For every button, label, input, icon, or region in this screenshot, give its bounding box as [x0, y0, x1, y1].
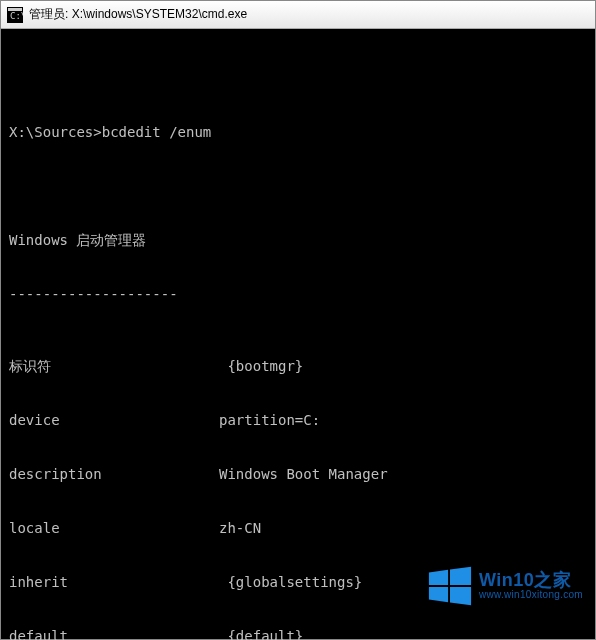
kv-row: default {default}	[9, 627, 587, 640]
terminal-output[interactable]: X:\Sources>bcdedit /enum Windows 启动管理器 -…	[1, 29, 595, 640]
svg-marker-6	[450, 587, 471, 605]
watermark: Win10之家 www.win10xitong.com	[423, 561, 587, 611]
svg-marker-5	[429, 587, 448, 602]
kv-row: localezh-CN	[9, 519, 587, 537]
cmd-window: C:\ 管理员: X:\windows\SYSTEM32\cmd.exe X:\…	[0, 0, 596, 640]
kv-row: descriptionWindows Boot Manager	[9, 465, 587, 483]
watermark-url: www.win10xitong.com	[479, 590, 583, 601]
kv-row: 标识符 {bootmgr}	[9, 357, 587, 375]
watermark-brand: Win10之家	[479, 571, 583, 590]
window-title: 管理员: X:\windows\SYSTEM32\cmd.exe	[29, 6, 247, 23]
prompt-line: X:\Sources>bcdedit /enum	[9, 123, 587, 141]
section-bootmgr-title: Windows 启动管理器	[9, 231, 587, 249]
svg-marker-4	[450, 567, 471, 585]
windows-logo-icon	[427, 563, 473, 609]
kv-row: devicepartition=C:	[9, 411, 587, 429]
cmd-icon: C:\	[7, 7, 23, 23]
svg-text:C:\: C:\	[10, 11, 23, 21]
titlebar[interactable]: C:\ 管理员: X:\windows\SYSTEM32\cmd.exe	[1, 1, 595, 29]
svg-marker-3	[429, 570, 448, 585]
separator: --------------------	[9, 285, 587, 303]
